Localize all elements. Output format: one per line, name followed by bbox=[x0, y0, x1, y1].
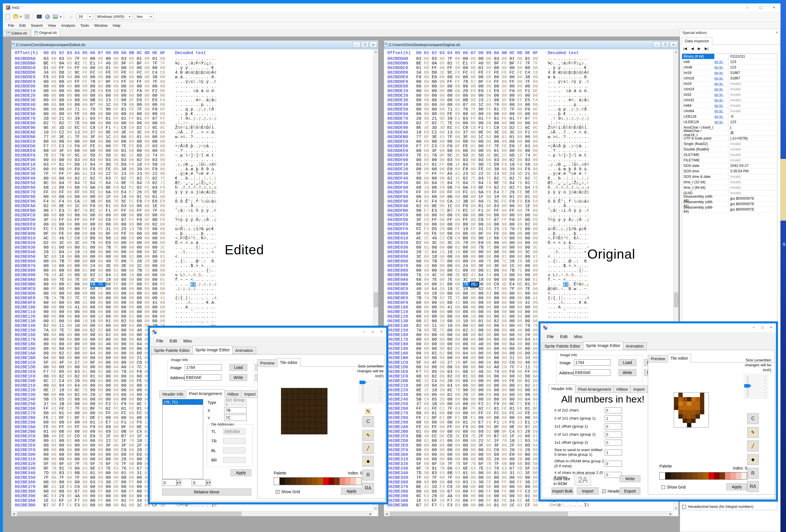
hex-byte[interactable]: 00 bbox=[43, 342, 51, 347]
hex-byte[interactable]: 00 bbox=[494, 388, 502, 393]
hex-byte[interactable]: 00 bbox=[486, 471, 494, 476]
hex-byte[interactable]: 00 bbox=[424, 93, 432, 98]
hex-byte[interactable]: 00 bbox=[82, 84, 90, 89]
hex-byte[interactable]: 00 bbox=[455, 489, 463, 494]
hex-byte[interactable]: FE bbox=[502, 407, 509, 411]
decoded-text[interactable]: ÷ÿÃÀð.þ..ÿ~þà... bbox=[548, 144, 589, 149]
hex-byte[interactable]: 00 bbox=[463, 411, 470, 416]
hex-byte[interactable]: 82 bbox=[43, 324, 51, 328]
hex-byte[interactable]: 00 bbox=[470, 135, 478, 140]
hex-byte[interactable]: 00 bbox=[144, 112, 152, 117]
hex-byte[interactable]: 3F bbox=[121, 443, 129, 448]
hex-byte[interactable]: 00 bbox=[121, 342, 129, 347]
hex-byte[interactable]: 02 bbox=[106, 333, 113, 338]
hex-byte[interactable]: FE bbox=[517, 190, 525, 195]
hex-byte[interactable]: 02 bbox=[494, 499, 502, 503]
hex-byte[interactable]: 00 bbox=[533, 213, 540, 218]
hex-byte[interactable]: 01 bbox=[98, 144, 106, 149]
close-icon[interactable]: × bbox=[377, 328, 386, 335]
hex-byte[interactable]: 00 bbox=[137, 296, 144, 301]
hex-byte[interactable]: 00 bbox=[509, 338, 517, 342]
hex-byte[interactable]: 8E bbox=[494, 181, 502, 186]
hex-byte[interactable]: 71 bbox=[447, 107, 455, 112]
hex-byte[interactable]: 00 bbox=[439, 342, 447, 347]
hex-byte[interactable]: 00 bbox=[447, 75, 455, 80]
hex-byte[interactable]: 00 bbox=[470, 310, 478, 315]
hex-byte[interactable]: 06 bbox=[98, 430, 106, 434]
hex-byte[interactable]: E1 bbox=[98, 416, 106, 420]
hex-byte[interactable]: 00 bbox=[43, 167, 51, 172]
hex-byte[interactable]: 00 bbox=[67, 430, 74, 434]
hex-byte[interactable]: 00 bbox=[90, 223, 98, 227]
hex-byte[interactable]: 6E bbox=[439, 494, 447, 499]
hex-byte[interactable]: FE bbox=[121, 70, 129, 75]
hex-byte[interactable]: 00 bbox=[517, 342, 525, 347]
hex-byte[interactable]: 03 bbox=[113, 292, 121, 296]
hex-byte[interactable]: 00 bbox=[160, 93, 168, 98]
hex-byte[interactable]: FF bbox=[160, 282, 168, 287]
hex-byte[interactable]: FF bbox=[470, 227, 478, 232]
hex-byte[interactable]: 00 bbox=[43, 89, 51, 93]
canvas-pixel[interactable] bbox=[281, 406, 287, 411]
hex-byte[interactable]: 00 bbox=[90, 347, 98, 351]
hex-byte[interactable]: FF bbox=[137, 209, 144, 213]
hex-byte[interactable]: 06 bbox=[51, 70, 59, 75]
arrangement-apply-button[interactable]: Apply bbox=[231, 469, 251, 476]
hex-byte[interactable]: 00 bbox=[67, 107, 74, 112]
hex-byte[interactable]: 4A bbox=[447, 494, 455, 499]
hex-byte[interactable]: B7 bbox=[74, 209, 82, 213]
hex-byte[interactable]: 00 bbox=[494, 269, 502, 273]
hex-byte[interactable]: 00 bbox=[82, 195, 90, 200]
hex-byte[interactable]: 20 bbox=[509, 259, 517, 264]
canvas-pixel[interactable] bbox=[310, 388, 316, 394]
canvas-pixel[interactable] bbox=[281, 394, 287, 400]
hex-byte[interactable]: FF bbox=[478, 411, 486, 416]
hex-byte[interactable]: 00 bbox=[82, 430, 90, 434]
hex-byte[interactable]: 08 bbox=[478, 457, 486, 462]
hex-byte[interactable]: FA bbox=[160, 98, 168, 103]
canvas-pixel[interactable] bbox=[293, 394, 298, 400]
hex-byte[interactable]: 0C bbox=[416, 494, 424, 499]
palette-swatch[interactable] bbox=[698, 472, 703, 479]
menu-edit[interactable]: Edit bbox=[19, 23, 26, 28]
hex-byte[interactable]: 00 bbox=[43, 374, 51, 379]
hex-byte[interactable]: FF bbox=[416, 407, 424, 411]
hex-byte[interactable]: 00 bbox=[509, 310, 517, 315]
hex-byte[interactable]: E0 bbox=[478, 89, 486, 93]
hex-byte[interactable]: 00 bbox=[470, 264, 478, 269]
hex-byte[interactable]: 00 bbox=[98, 356, 106, 361]
hex-byte[interactable]: 00 bbox=[106, 485, 113, 489]
hex-byte[interactable]: 10 bbox=[98, 315, 106, 319]
hex-byte[interactable]: FC bbox=[509, 70, 517, 75]
hex-byte[interactable]: 08 bbox=[478, 310, 486, 315]
hex-byte[interactable]: 00 bbox=[439, 75, 447, 80]
hex-byte[interactable]: 3E bbox=[106, 264, 113, 269]
canvas-pixel[interactable] bbox=[281, 388, 287, 394]
hex-byte[interactable]: 00 bbox=[509, 384, 517, 388]
hex-byte[interactable]: 40 bbox=[106, 370, 113, 374]
hex-byte[interactable]: 00 bbox=[509, 273, 517, 278]
hex-byte[interactable]: 03 bbox=[447, 158, 455, 163]
hex-byte[interactable]: 7A bbox=[51, 296, 59, 301]
hex-byte[interactable]: 00 bbox=[144, 204, 152, 209]
hex-byte[interactable]: 00 bbox=[525, 347, 533, 351]
hex-byte[interactable]: FF bbox=[59, 218, 67, 223]
hex-byte[interactable]: 0F bbox=[533, 107, 540, 112]
hex-byte[interactable]: 00 bbox=[478, 282, 486, 287]
hex-byte[interactable]: 23 bbox=[463, 172, 470, 176]
hex-byte[interactable]: 00 bbox=[121, 351, 129, 356]
hex-byte[interactable]: 81 bbox=[106, 204, 113, 209]
hex-byte[interactable]: 00 bbox=[509, 388, 517, 393]
hex-byte[interactable]: 0F bbox=[455, 144, 463, 149]
hex-byte[interactable]: 40 bbox=[478, 259, 486, 264]
canvas-pixel[interactable] bbox=[293, 423, 298, 429]
hex-byte[interactable]: 01 bbox=[455, 107, 463, 112]
decoded-text[interactable]: ...........‚.... bbox=[175, 315, 216, 319]
hex-byte[interactable]: 00 bbox=[432, 448, 439, 453]
hex-byte[interactable]: F1 bbox=[113, 126, 121, 130]
hex-byte[interactable]: 00 bbox=[90, 342, 98, 347]
hex-byte[interactable]: 60 bbox=[494, 453, 502, 457]
hex-byte[interactable]: 10 bbox=[455, 319, 463, 324]
hex-byte[interactable]: 00 bbox=[447, 480, 455, 485]
hex-byte[interactable]: 81 bbox=[494, 107, 502, 112]
